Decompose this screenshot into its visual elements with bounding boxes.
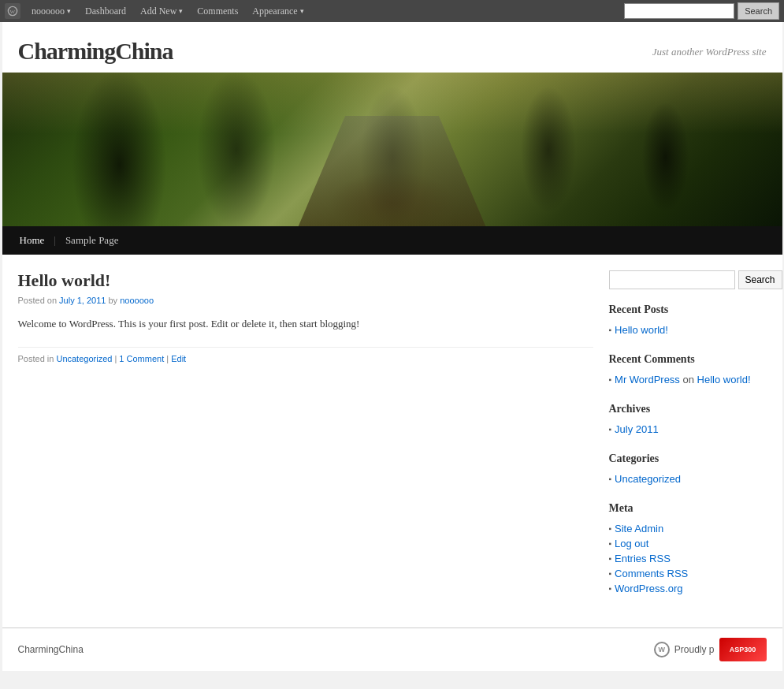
asp-badge: ASP300 [719, 638, 767, 661]
list-item: Hello world! [609, 322, 767, 337]
post-content: Welcome to WordPress. This is your first… [18, 316, 593, 333]
nav-home[interactable]: Home [10, 226, 54, 255]
footer-right: W Proudly p ASP300 [654, 638, 767, 661]
list-item: Comments RSS [609, 566, 767, 581]
widget-meta-title: Meta [609, 502, 767, 515]
meta-comments-rss-link[interactable]: Comments RSS [615, 568, 688, 579]
post-article: Hello world! Posted on July 1, 2011 by n… [18, 270, 593, 363]
wp-footer-logo: W [654, 642, 670, 657]
post-comments-link[interactable]: 1 Comment [119, 354, 164, 363]
post-author-link[interactable]: noooooo [120, 296, 154, 305]
wp-logo-icon: W [5, 3, 20, 19]
widget-recent-posts-title: Recent Posts [609, 304, 767, 316]
post-edit-link[interactable]: Edit [171, 354, 186, 363]
sidebar-search-button[interactable]: Search [738, 270, 782, 289]
main-content: Hello world! Posted on July 1, 2011 by n… [2, 255, 782, 628]
widget-archives: Archives July 2011 [609, 403, 767, 437]
meta-site-admin-link[interactable]: Site Admin [615, 523, 663, 534]
site-tagline: Just another WordPress site [652, 38, 767, 58]
sidebar-search-form: Search [609, 270, 767, 289]
list-item: Entries RSS [609, 551, 767, 566]
list-item: Site Admin [609, 521, 767, 536]
svg-text:W: W [10, 9, 16, 15]
footer-site-title: CharmingChina [18, 644, 84, 655]
caret-icon: ▾ [67, 7, 71, 15]
site-title: CharmingChina [18, 38, 173, 65]
admin-search-input[interactable] [624, 3, 734, 19]
widget-archives-title: Archives [609, 403, 767, 415]
hero-image [2, 73, 782, 226]
widget-categories: Categories Uncategorized [609, 453, 767, 486]
admin-search-button[interactable]: Search [738, 2, 779, 20]
widget-categories-title: Categories [609, 453, 767, 465]
list-item: Mr WordPress on Hello world! [609, 372, 767, 387]
admin-search-form: Search [624, 2, 779, 20]
admin-bar-noooooo[interactable]: noooooo ▾ [25, 2, 77, 20]
footer-proudly-text: Proudly p [674, 644, 715, 655]
site-header: CharmingChina Just another WordPress sit… [2, 22, 782, 73]
caret-icon: ▾ [300, 7, 304, 15]
post-area: Hello world! Posted on July 1, 2011 by n… [18, 270, 593, 612]
widget-recent-comments-title: Recent Comments [609, 353, 767, 366]
comment-post-link[interactable]: Hello world! [697, 374, 751, 385]
list-item: Log out [609, 536, 767, 551]
sidebar-search-input[interactable] [609, 270, 735, 289]
recent-post-link[interactable]: Hello world! [615, 324, 668, 336]
archive-link[interactable]: July 2011 [615, 423, 659, 435]
site-nav: Home | Sample Page [2, 226, 782, 255]
sidebar: Search Recent Posts Hello world! Recent … [609, 270, 767, 612]
category-link[interactable]: Uncategorized [615, 473, 681, 485]
admin-bar: W noooooo ▾ Dashboard Add New ▾ Comments… [0, 0, 784, 22]
widget-meta: Meta Site Admin Log out Entries RSS Comm… [609, 502, 767, 596]
admin-bar-appearance[interactable]: Appearance ▾ [246, 2, 310, 20]
admin-bar-add-new[interactable]: Add New ▾ [134, 2, 189, 20]
widget-recent-comments: Recent Comments Mr WordPress on Hello wo… [609, 353, 767, 387]
admin-bar-comments[interactable]: Comments [191, 2, 244, 20]
post-meta: Posted on July 1, 2011 by noooooo [18, 296, 593, 305]
site-footer: CharmingChina W Proudly p ASP300 [2, 628, 782, 671]
list-item: Uncategorized [609, 471, 767, 486]
post-title: Hello world! [18, 270, 593, 291]
post-category-link[interactable]: Uncategorized [56, 354, 112, 363]
widget-recent-posts: Recent Posts Hello world! [609, 304, 767, 337]
post-footer: Posted in Uncategorized | 1 Comment | Ed… [18, 347, 593, 363]
admin-bar-dashboard[interactable]: Dashboard [79, 2, 132, 20]
meta-entries-rss-link[interactable]: Entries RSS [615, 553, 671, 564]
list-item: WordPress.org [609, 581, 767, 596]
site-wrapper: CharmingChina Just another WordPress sit… [2, 22, 782, 671]
post-date-link[interactable]: July 1, 2011 [59, 296, 106, 305]
nav-sample-page[interactable]: Sample Page [56, 226, 128, 255]
list-item: July 2011 [609, 422, 767, 437]
caret-icon: ▾ [179, 7, 183, 15]
meta-logout-link[interactable]: Log out [615, 538, 648, 549]
comment-author-link[interactable]: Mr WordPress [615, 374, 680, 385]
meta-wordpress-org-link[interactable]: WordPress.org [615, 583, 682, 594]
